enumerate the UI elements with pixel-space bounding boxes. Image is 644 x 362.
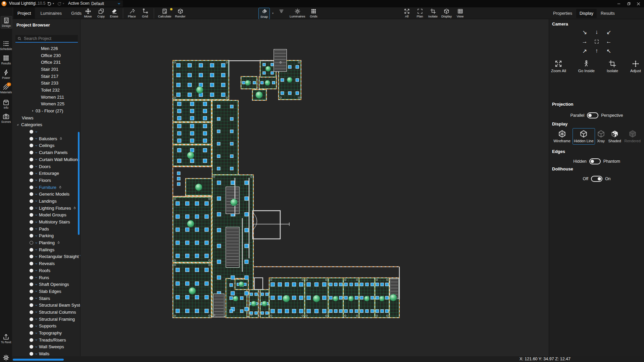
visibility-toggle[interactable] <box>30 234 33 238</box>
category-item-entourage[interactable]: Entourage <box>12 170 81 177</box>
visibility-toggle[interactable] <box>30 262 33 265</box>
category-item-structural-beam-systems[interactable]: Structural Beam Systems <box>12 302 81 309</box>
category-item-model-groups[interactable]: Model Groups <box>12 212 81 219</box>
visibility-toggle[interactable] <box>30 276 33 279</box>
snap-dropdown-caret[interactable]: ▾ <box>272 12 274 15</box>
viewport-canvas[interactable] <box>81 19 549 356</box>
all-button[interactable]: All <box>401 8 412 19</box>
visibility-toggle[interactable] <box>30 269 33 272</box>
category-item-rectangular-straight-wall-o[interactable]: Rectangular Straight Wall O <box>12 253 81 260</box>
tree-item-floor-03[interactable]: 03 - Floor (27) <box>12 107 81 114</box>
visibility-toggle[interactable] <box>30 324 33 328</box>
search-input[interactable] <box>23 36 75 41</box>
close-button[interactable] <box>634 1 643 7</box>
display-mode-xray[interactable]: Xray <box>596 128 606 145</box>
copy-button[interactable]: Copy <box>96 8 106 19</box>
active-scene-select[interactable]: Default <box>89 0 123 7</box>
camera-down-arrow[interactable]: ↓ <box>592 28 601 37</box>
visibility-toggle[interactable] <box>30 241 33 245</box>
display-mode-hidden-line[interactable]: Hidden Line <box>573 128 595 145</box>
visibility-toggle[interactable] <box>30 297 33 300</box>
category-item-stairs[interactable]: Stairs <box>12 295 81 302</box>
visibility-toggle[interactable] <box>30 248 33 252</box>
tree-item-stair-233[interactable]: Stair 233 <box>12 80 81 87</box>
visibility-toggle[interactable] <box>30 151 33 154</box>
visibility-toggle[interactable] <box>30 206 33 210</box>
isolate-button[interactable]: Isolate <box>428 8 438 19</box>
category-item-treads-risers[interactable]: Treads/Risers <box>12 337 81 344</box>
camera-up-arrow[interactable]: ↑ <box>592 47 601 55</box>
visibility-toggle[interactable] <box>30 255 33 258</box>
tree-item-stair-217[interactable]: Stair 217 <box>12 73 81 80</box>
erase-button[interactable]: Erase <box>109 8 119 19</box>
display-mode-shaded[interactable]: Shaded <box>607 128 623 145</box>
visibility-toggle[interactable] <box>30 137 33 141</box>
filter-button[interactable] <box>276 8 287 15</box>
category-item-ceilings[interactable]: Ceilings <box>12 142 81 149</box>
visibility-toggle[interactable] <box>30 220 33 224</box>
category-item-doors[interactable]: Doors <box>12 163 81 170</box>
rail-item-scenes[interactable]: Scenes <box>0 113 12 123</box>
rail-item-info[interactable]: Info <box>0 99 12 109</box>
category-item-furniture[interactable]: Furniture <box>12 184 81 191</box>
visibility-toggle[interactable] <box>30 331 33 335</box>
display-mode-rendered[interactable]: Rendered <box>623 128 642 145</box>
category-item--room-separation-[interactable] <box>12 128 81 135</box>
camera-right-arrow[interactable]: → <box>580 37 589 46</box>
grid-button[interactable]: Grid <box>140 8 150 19</box>
ribbon-tab-luminaires[interactable]: Luminaires <box>36 8 66 18</box>
category-item-floors[interactable]: Floors <box>12 177 81 184</box>
tree-item-stair-201[interactable]: Stair 201 <box>12 66 81 73</box>
category-item-slab-edges[interactable]: Slab Edges <box>12 288 81 295</box>
category-item-balusters[interactable]: Balusters <box>12 135 81 142</box>
visibility-toggle[interactable] <box>30 213 33 217</box>
tree-item-men-226[interactable]: Men 226 <box>12 45 81 52</box>
visibility-toggle[interactable] <box>30 199 33 203</box>
place-button[interactable]: Place <box>127 8 137 19</box>
category-item-pads[interactable]: Pads <box>12 225 81 232</box>
visibility-toggle[interactable] <box>30 158 33 161</box>
rail-item-schedule[interactable]: Schedule <box>0 40 12 51</box>
tree-item-toilet-232[interactable]: Toilet 232 <box>12 87 81 94</box>
undo-dropdown-caret[interactable]: ▾ <box>53 2 54 5</box>
visibility-toggle[interactable] <box>30 282 33 286</box>
grids-button[interactable]: Grids <box>308 8 319 19</box>
rail-item-materials[interactable]: 1Materials <box>0 84 12 94</box>
category-item-curtain-panels[interactable]: Curtain Panels <box>12 149 81 156</box>
tree-item-views[interactable]: Views <box>12 114 81 121</box>
category-item-planting[interactable]: Planting <box>12 239 81 246</box>
zoom-all-button[interactable]: Zoom All <box>551 60 566 73</box>
render-button[interactable]: Render <box>175 8 186 19</box>
category-item-reveals[interactable]: Reveals <box>12 260 81 267</box>
edges-toggle[interactable] <box>589 158 601 164</box>
camera-ne-arrow[interactable]: ↗ <box>580 47 589 55</box>
visibility-toggle[interactable] <box>30 171 33 175</box>
visibility-toggle[interactable] <box>30 227 33 231</box>
tree-item-women-225[interactable]: Women 225 <box>12 101 81 108</box>
panel-tab-results[interactable]: Results <box>597 9 618 18</box>
display-button[interactable]: Display <box>441 8 452 19</box>
category-item-structural-framing[interactable]: Structural Framing <box>12 316 81 323</box>
luminaires-button[interactable]: Luminaires <box>289 8 306 19</box>
category-item-topography[interactable]: Topography <box>12 329 81 337</box>
category-item-generic-models[interactable]: Generic Models <box>12 191 81 198</box>
visibility-toggle[interactable] <box>30 345 33 349</box>
minimize-button[interactable] <box>614 1 623 7</box>
undo-button[interactable] <box>47 1 52 7</box>
adjust-button[interactable]: Adjust <box>630 60 641 73</box>
camera-left-arrow[interactable]: ← <box>604 37 613 46</box>
category-item-parking[interactable]: Parking <box>12 232 81 240</box>
visibility-toggle[interactable] <box>30 303 33 307</box>
horizontal-scrollbar[interactable] <box>13 359 64 361</box>
restore-button[interactable] <box>625 1 633 7</box>
ribbon-tab-project[interactable]: Project <box>13 7 35 19</box>
isolate-button[interactable]: Isolate <box>607 60 618 73</box>
redo-button[interactable] <box>57 1 62 7</box>
camera-nw-arrow[interactable]: ↖ <box>604 47 613 55</box>
category-item-multistory-stairs[interactable]: Multistory Stairs <box>12 218 81 225</box>
plan-button[interactable]: Plan <box>414 8 425 19</box>
tree-item-office-231[interactable]: Office 231 <box>12 59 81 66</box>
category-item-wall-sweeps[interactable]: Wall Sweeps <box>12 344 81 351</box>
tree-item-office-230[interactable]: Office 230 <box>12 52 81 59</box>
tree-item-women-211[interactable]: Women 211 <box>12 94 81 101</box>
